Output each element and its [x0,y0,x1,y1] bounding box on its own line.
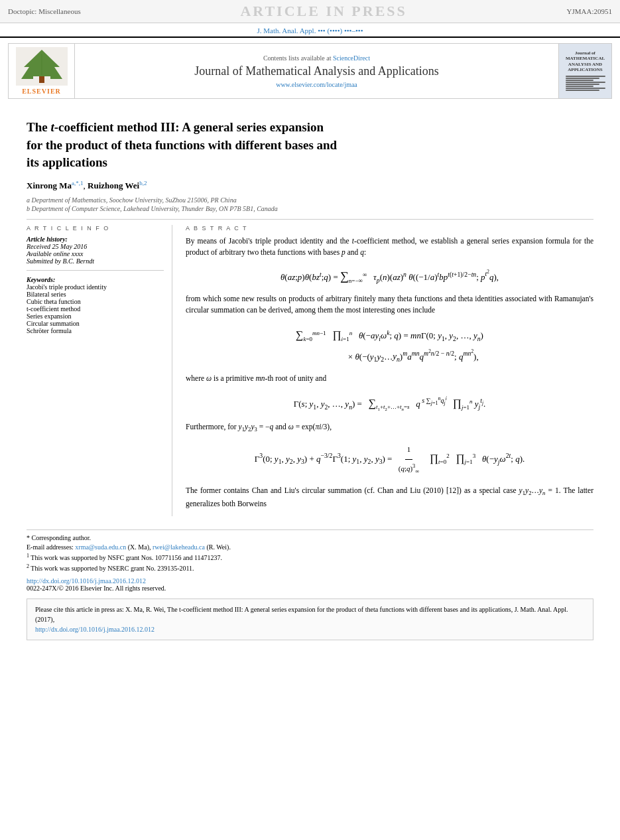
fn2-text: This work was supported by NSERC grant N… [31,565,194,572]
footnote-2: 2 This work was supported by NSERC grant… [27,563,593,572]
journal-title: Journal of Mathematical Analysis and App… [194,64,438,78]
keyword-4: t-coefficient method [27,305,164,313]
email-label: E-mail addresses: [27,543,74,551]
article-info-title: A R T I C L E I N F O [27,225,164,232]
keyword-2: Bilateral series [27,291,164,298]
abstract-text-3: where ω is a primitive mn-th root of uni… [186,373,593,384]
author2-name: Ruizhong Wei [88,180,139,190]
author1-name: Xinrong Ma [27,180,72,190]
citation-url[interactable]: http://dx.doi.org/10.1016/j.jmaa.2016.12… [35,626,155,633]
footnote-star-label: * Corresponding author. [27,534,91,541]
yjmaa-label: YJMAA:20951 [567,7,612,15]
divider-after-affiliations [27,219,593,220]
paper-title-text3: its applications [27,155,107,169]
article-history: Article history: Received 25 May 2016 Av… [27,236,164,265]
fn1-text: This work was supported by NSFC grant No… [31,554,222,561]
email2-name: (R. Wei). [206,543,231,551]
journal-main-info: Contents lists available at ScienceDirec… [75,44,558,98]
keyword-3: Cubic theta function [27,298,164,305]
journal-ref-text: J. Math. Anal. Appl. ••• (••••) •••–••• [257,27,363,35]
footnote-email: E-mail addresses: xrma@suda.edu.cn (X. M… [27,543,593,551]
contents-line: Contents lists available at ScienceDirec… [263,54,370,62]
article-in-press-label: ARTICLE IN PRESS [81,3,567,20]
formula-1: θ(az;p)θ(bzt;q) = ∑n=−∞∞ τp(n)(az)n θ((−… [186,265,593,287]
abstract-text-5: The former contains Chan and Liu's circu… [186,485,593,509]
main-content: The t-coefficient method III: A general … [0,104,620,647]
abstract-text-2: from which some new results on products … [186,293,593,316]
abstract-text-1: By means of Jacobi's triple product iden… [186,236,593,259]
elsevier-text: ELSEVIER [22,88,61,95]
paper-title: The t-coefficient method III: A general … [27,119,593,172]
citation-box: Please cite this article in press as: X.… [27,598,593,640]
email2-link[interactable]: rwei@lakeheadu.ca [153,543,205,551]
footnotes-section: * Corresponding author. E-mail addresses… [27,529,593,573]
abstract-text-4: Furthermore, for y1y2y3 = −q and ω = exp… [186,421,593,434]
sciencedirect-link[interactable]: ScienceDirect [333,54,370,62]
author2-sup: b,2 [139,180,147,186]
formula-4: Γ3(0; y1, y2, y3) + q−3/2Γ3(1; y1, y2, y… [186,441,593,478]
journal-ref-line: J. Math. Anal. Appl. ••• (••••) •••–••• [0,23,620,38]
available-online: Available online xxxx [27,250,164,257]
formula-3: Γ(s; y1, y2, …, yn) = ∑t1+t2+…+tn=s q s … [186,391,593,415]
history-label: Article history: [27,236,68,243]
copyright-text: 0022-247X/© 2016 Elsevier Inc. All right… [27,585,166,592]
affiliation-a: a Department of Mathematics, Soochow Uni… [27,196,593,204]
abstract-column: A B S T R A C T By means of Jacobi's tri… [186,225,593,516]
top-banner: Doctopic: Miscellaneous ARTICLE IN PRESS… [0,0,620,23]
affiliation-b: b Department of Computer Science, Lakehe… [27,205,593,212]
elsevier-logo-section: ELSEVIER [9,44,75,98]
formula-2: ∑k=0mn−1 ∏i=1n θ(−ayiωk; q) = mnΓ(0; y1,… [186,323,593,367]
journal-header: ELSEVIER Contents lists available at Sci… [8,43,612,99]
divider-keywords [27,270,164,271]
abstract-title: A B S T R A C T [186,225,593,232]
doi-section: http://dx.doi.org/10.1016/j.jmaa.2016.12… [27,577,593,592]
paper-title-text1: The t-coefficient method III: A general … [27,120,324,134]
fn1-sup: 1 [27,553,29,559]
keyword-5: Series expansion [27,313,164,320]
article-body-columns: A R T I C L E I N F O Article history: R… [27,225,593,516]
journal-url[interactable]: www.elsevier.com/locate/jmaa [276,81,357,88]
footnote-1: 1 This work was supported by NSFC grant … [27,553,593,561]
keywords-section: Keywords: Jacobi's triple product identi… [27,276,164,334]
citation-please-text: Please cite this article in press as: X.… [35,606,568,623]
email1-link[interactable]: xrma@suda.edu.cn [75,543,126,551]
keyword-6: Circular summation [27,320,164,327]
journal-cover: Journal ofMATHEMATICALANALYSIS ANDAPPLIC… [558,44,611,98]
fn2-sup: 2 [27,563,29,569]
email1-name: (X. Ma), [128,543,151,551]
cover-title-text: Journal ofMATHEMATICALANALYSIS ANDAPPLIC… [566,50,605,73]
contents-text: Contents lists available at [263,54,331,62]
article-info-column: A R T I C L E I N F O Article history: R… [27,225,172,516]
submitted-by: Submitted by B.C. Berndt [27,257,164,265]
affiliations: a Department of Mathematics, Soochow Uni… [27,196,593,212]
paper-title-text2: for the product of theta functions with … [27,138,337,152]
footnote-star: * Corresponding author. [27,534,593,541]
doctopic-label: Doctopic: Miscellaneous [8,7,81,15]
keyword-7: Schröter formula [27,327,164,334]
author1-sup: a,*,1 [72,180,84,186]
received-date: Received 25 May 2016 [27,243,164,250]
doi-link[interactable]: http://dx.doi.org/10.1016/j.jmaa.2016.12… [27,577,146,585]
cover-decorative-lines [566,75,605,92]
elsevier-tree-icon [16,47,68,86]
authors-line: Xinrong Maa,*,1, Ruizhong Weib,2 [27,180,593,191]
keywords-label: Keywords: [27,276,55,283]
keyword-1: Jacobi's triple product identity [27,283,164,291]
